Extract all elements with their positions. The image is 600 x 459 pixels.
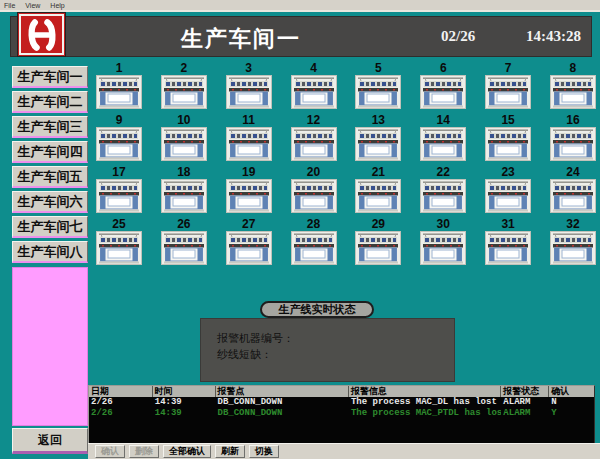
machine-number: 8	[570, 62, 577, 75]
knitting-machine-icon	[96, 231, 142, 265]
alarm-cell: N	[549, 397, 594, 408]
alarm-row[interactable]: 2/2614:39DB_CONN_DOWNThe process MAC_PTD…	[89, 408, 594, 419]
knitting-machine-icon	[161, 179, 207, 213]
machine-number: 5	[375, 62, 382, 75]
time-display: 14:43:28	[526, 28, 581, 45]
alarm-cell: DB_CONN_DOWN	[216, 408, 349, 419]
machine-item-21[interactable]: 21	[355, 166, 401, 214]
alarm-table: 日期时间报警点报警信息报警状态确认 2/2614:39DB_CONN_DOWNT…	[88, 385, 595, 443]
sidebar-item-workshop-3[interactable]: 生产车间三	[12, 116, 88, 138]
title-bar: 生产车间一 02/26 14:43:28	[10, 16, 592, 57]
machine-item-16[interactable]: 16	[550, 114, 596, 162]
machine-item-23[interactable]: 23	[485, 166, 531, 214]
bottom-toolbar: 确认删除全部确认刷新切换	[88, 443, 600, 459]
knitting-machine-icon	[291, 75, 337, 109]
machine-number: 23	[501, 166, 514, 179]
date-display: 02/26	[441, 28, 475, 45]
machine-grid: 1 2	[96, 62, 596, 268]
machine-number: 16	[566, 114, 579, 127]
machine-item-11[interactable]: 11	[226, 114, 272, 162]
machine-item-6[interactable]: 6	[420, 62, 466, 110]
toolbar-button-切换[interactable]: 切换	[249, 445, 279, 458]
alarm-column-header: 确认	[549, 386, 594, 397]
machine-item-12[interactable]: 12	[291, 114, 337, 162]
sidebar-item-workshop-2[interactable]: 生产车间二	[12, 91, 88, 113]
machine-number: 2	[181, 62, 188, 75]
machine-number: 21	[372, 166, 385, 179]
knitting-machine-icon	[226, 179, 272, 213]
knitting-machine-icon	[96, 75, 142, 109]
machine-number: 1	[116, 62, 123, 75]
machine-number: 19	[242, 166, 255, 179]
alarm-row[interactable]: 2/2614:39DB_CONN_DOWNThe process MAC_DL …	[89, 397, 594, 408]
machine-item-31[interactable]: 31	[485, 218, 531, 266]
back-button[interactable]: 返回	[12, 428, 88, 454]
knitting-machine-icon	[485, 75, 531, 109]
machine-item-1[interactable]: 1	[96, 62, 142, 110]
machine-number: 31	[501, 218, 514, 231]
menu-bar: FileViewHelp	[0, 0, 600, 12]
menu-item-view[interactable]: View	[25, 2, 40, 9]
toolbar-button-删除: 删除	[129, 445, 159, 458]
alarm-cell: 2/26	[89, 397, 153, 408]
machine-item-18[interactable]: 18	[161, 166, 207, 214]
toolbar-button-刷新[interactable]: 刷新	[215, 445, 245, 458]
machine-item-25[interactable]: 25	[96, 218, 142, 266]
sidebar-item-workshop-1[interactable]: 生产车间一	[12, 66, 88, 88]
machine-item-32[interactable]: 32	[550, 218, 596, 266]
machine-item-27[interactable]: 27	[226, 218, 272, 266]
machine-item-14[interactable]: 14	[420, 114, 466, 162]
knitting-machine-icon	[96, 127, 142, 161]
alarm-cell: DB_CONN_DOWN	[216, 397, 349, 408]
alarm-column-header: 日期	[89, 386, 153, 397]
knitting-machine-icon	[226, 127, 272, 161]
page-title: 生产车间一	[131, 24, 351, 54]
machine-item-22[interactable]: 22	[420, 166, 466, 214]
machine-item-17[interactable]: 17	[96, 166, 142, 214]
machine-item-2[interactable]: 2	[161, 62, 207, 110]
alarm-column-header: 报警状态	[501, 386, 549, 397]
scada-window: FileViewHelp 生产车间一 02/26 14:43:28 生产车间一生…	[0, 0, 600, 459]
status-line: 报警机器编号：	[217, 330, 454, 346]
knitting-machine-icon	[291, 127, 337, 161]
machine-item-26[interactable]: 26	[161, 218, 207, 266]
sidebar-item-workshop-7[interactable]: 生产车间七	[12, 216, 88, 238]
toolbar-button-全部确认[interactable]: 全部确认	[163, 445, 211, 458]
machine-number: 7	[505, 62, 512, 75]
machine-number: 18	[177, 166, 190, 179]
sidebar-item-workshop-6[interactable]: 生产车间六	[12, 191, 88, 213]
sidebar-item-workshop-4[interactable]: 生产车间四	[12, 141, 88, 163]
machine-number: 6	[440, 62, 447, 75]
machine-number: 15	[501, 114, 514, 127]
machine-item-24[interactable]: 24	[550, 166, 596, 214]
machine-item-15[interactable]: 15	[485, 114, 531, 162]
machine-item-19[interactable]: 19	[226, 166, 272, 214]
machine-item-30[interactable]: 30	[420, 218, 466, 266]
machine-item-4[interactable]: 4	[291, 62, 337, 110]
company-logo	[17, 12, 66, 57]
machine-item-8[interactable]: 8	[550, 62, 596, 110]
machine-item-7[interactable]: 7	[485, 62, 531, 110]
machine-number: 26	[177, 218, 190, 231]
machine-number: 30	[437, 218, 450, 231]
sidebar-item-workshop-5[interactable]: 生产车间五	[12, 166, 88, 188]
machine-item-28[interactable]: 28	[291, 218, 337, 266]
alarm-table-body: 2/2614:39DB_CONN_DOWNThe process MAC_DL …	[89, 397, 594, 419]
menu-item-file[interactable]: File	[4, 2, 15, 9]
machine-item-13[interactable]: 13	[355, 114, 401, 162]
alarm-column-header: 时间	[153, 386, 216, 397]
knitting-machine-icon	[550, 75, 596, 109]
machine-number: 11	[242, 114, 255, 127]
machine-number: 9	[116, 114, 123, 127]
machine-item-9[interactable]: 9	[96, 114, 142, 162]
machine-number: 22	[437, 166, 450, 179]
machine-item-10[interactable]: 10	[161, 114, 207, 162]
knitting-machine-icon	[355, 75, 401, 109]
sidebar-item-workshop-8[interactable]: 生产车间八	[12, 241, 88, 263]
machine-item-3[interactable]: 3	[226, 62, 272, 110]
machine-item-5[interactable]: 5	[355, 62, 401, 110]
machine-item-29[interactable]: 29	[355, 218, 401, 266]
alarm-cell: The process MAC_DL has lost its d...	[349, 397, 501, 408]
menu-item-help[interactable]: Help	[50, 2, 64, 9]
machine-item-20[interactable]: 20	[291, 166, 337, 214]
